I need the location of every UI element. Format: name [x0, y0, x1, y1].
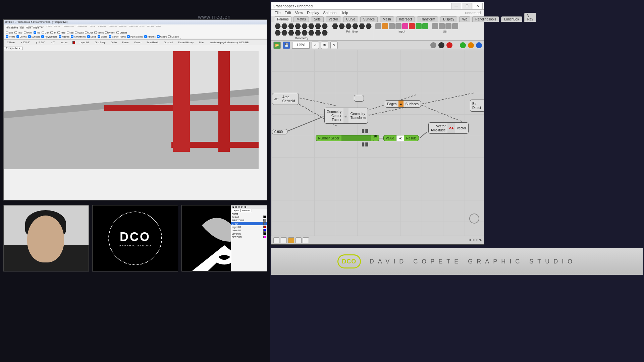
osnap-vertex[interactable]: Vertex: [94, 31, 104, 34]
minimize-button[interactable]: —: [451, 3, 461, 9]
rhino-selection-filter-row[interactable]: PointsCurvesSurfacesPolysurfacesMeshesAn…: [4, 35, 267, 39]
amplitude-component[interactable]: Vector Amplitude ↗A Vector: [428, 122, 469, 134]
status-toggle[interactable]: Ortho: [109, 41, 118, 44]
gh-menu-item[interactable]: Help: [340, 11, 348, 15]
canvas-compass-icon[interactable]: [469, 214, 479, 224]
status-layer-swatch[interactable]: [72, 41, 75, 44]
gh-menu-item[interactable]: Display: [307, 11, 319, 15]
rhino-viewport-label[interactable]: Perspective ▾: [4, 47, 23, 50]
status-toggle[interactable]: Osnap: [133, 41, 143, 44]
layer-row[interactable]: Layer 05: [231, 232, 267, 235]
osnap-lights[interactable]: Lights: [87, 35, 96, 38]
gh-tab-lunchbox[interactable]: LunchBox: [501, 16, 522, 22]
gh-ribbon[interactable]: Geometry Primitive Input Util: [271, 22, 484, 41]
extrude-component[interactable]: Ba Direct: [470, 100, 484, 112]
brep-param[interactable]: [354, 95, 364, 102]
layers-tab[interactable]: Layers: [231, 209, 240, 212]
layer-row[interactable]: Layer 03: [231, 225, 267, 229]
rhino-3d-viewport[interactable]: [4, 51, 259, 169]
layer-row[interactable]: BRISTOWS: [231, 219, 267, 222]
rhino-osnap-row[interactable]: EndNearPointMidCenIntPerpTanQuadKnotVert…: [4, 31, 267, 35]
sb-icon[interactable]: [303, 237, 309, 243]
maximize-button[interactable]: ☐: [462, 3, 472, 9]
layer-row[interactable]: PERSON: [231, 235, 267, 239]
deconstruct-brep-component[interactable]: Edges ▰ Surfaces: [385, 100, 421, 108]
open-file-icon[interactable]: 📂: [273, 42, 281, 49]
status-toggle[interactable]: Planar: [121, 41, 130, 44]
status-toggle[interactable]: Gumball: [163, 41, 174, 44]
sb-icon[interactable]: [281, 237, 287, 243]
sb-icon[interactable]: [296, 237, 302, 243]
osnap-perp[interactable]: Perp: [57, 31, 65, 34]
osnap-control points[interactable]: Control Points: [109, 35, 126, 38]
ribbon-group-input[interactable]: Input: [374, 23, 430, 39]
close-button[interactable]: ✕: [473, 3, 483, 9]
status-toggle[interactable]: Filter: [198, 41, 206, 44]
named-views-icon[interactable]: 👁: [321, 42, 328, 49]
preview-off-icon[interactable]: [430, 42, 436, 48]
gh-canvas-toolbar[interactable]: 📂 💾 ⤢ 👁 ✎: [271, 41, 484, 50]
display-blue-icon[interactable]: [476, 42, 482, 48]
ribbon-group-primitive[interactable]: Primitive: [331, 23, 373, 39]
osnap-meshes[interactable]: Meshes: [59, 35, 70, 38]
gh-tab-transform[interactable]: Transform: [417, 16, 438, 22]
sb-icon[interactable]: [288, 237, 294, 243]
status-toggles[interactable]: Grid SnapOrthoPlanarOsnapSmartTrackGumba…: [94, 41, 206, 44]
gh-tab-v-ray[interactable]: V-Ray: [524, 13, 536, 22]
slider-grip-icon[interactable]: [362, 142, 371, 146]
osnap-knot[interactable]: Knot: [85, 31, 93, 34]
rhino-view-tab[interactable]: ✦: [41, 26, 43, 31]
osnap-curves[interactable]: Curves: [16, 35, 27, 38]
gh-tab-surface[interactable]: Surface: [360, 16, 378, 22]
gh-tab-vector[interactable]: Vector: [326, 16, 341, 22]
gh-title-bar[interactable]: Grasshopper - unnamed — ☐ ✕: [271, 2, 484, 10]
rhino-view-tab[interactable]: Perspective: [6, 26, 18, 31]
gh-tab-params[interactable]: Params: [274, 16, 291, 22]
materials-tab[interactable]: Materials: [240, 209, 252, 212]
osnap-point clouds[interactable]: Point Clouds: [127, 35, 143, 38]
ribbon-group-geometry[interactable]: Geometry: [273, 23, 330, 39]
osnap-disable[interactable]: Disable: [168, 35, 179, 38]
gh-category-tabs[interactable]: ParamsMathsSetsVectorCurveSurfaceMeshInt…: [271, 16, 484, 22]
osnap-points[interactable]: Points: [6, 35, 15, 38]
display-orange-icon[interactable]: [468, 42, 474, 48]
gh-menu-item[interactable]: View: [295, 11, 303, 15]
gh-menu-item[interactable]: File: [275, 11, 281, 15]
osnap-point[interactable]: Point: [24, 31, 32, 34]
osnap-hatches[interactable]: Hatches: [144, 35, 156, 38]
osnap-cen[interactable]: Cen: [42, 31, 49, 34]
osnap-blocks[interactable]: Blocks: [98, 35, 107, 38]
gh-menu-item[interactable]: Edit: [285, 11, 291, 15]
number-slider[interactable]: Number Slider 10 ◦: [316, 135, 379, 141]
gh-menubar[interactable]: FileEditViewDisplaySolutionHelp unnamed: [271, 10, 484, 16]
osnap-annotations[interactable]: Annotations: [71, 35, 86, 38]
status-layer[interactable]: Layer 03: [78, 41, 90, 44]
zoom-extents-icon[interactable]: ⤢: [312, 42, 319, 49]
gh-tab-curve[interactable]: Curve: [343, 16, 358, 22]
osnap-end[interactable]: End: [6, 31, 13, 34]
sketch-icon[interactable]: ✎: [330, 42, 338, 49]
osnap-tan[interactable]: Tan: [67, 31, 73, 34]
gh-canvas[interactable]: m² Area Centroid Geometry Center Factor …: [271, 50, 484, 236]
osnap-mid[interactable]: Mid: [34, 31, 40, 34]
rhino-view-tabs[interactable]: PerspectiveTopFrontRight✦: [4, 26, 267, 31]
rhino-view-tab[interactable]: Right: [33, 26, 39, 31]
osnap-disable[interactable]: Disable: [116, 31, 127, 34]
status-toggle[interactable]: Grid Snap: [94, 41, 107, 44]
sb-icon[interactable]: [273, 237, 279, 243]
slider-0p9[interactable]: 0.900: [272, 129, 287, 134]
gh-doc-name[interactable]: unnamed: [465, 11, 481, 15]
rhino-view-tab[interactable]: Front: [26, 26, 31, 31]
osnap-near[interactable]: Near: [14, 31, 22, 34]
gh-tab-wb[interactable]: Wb: [459, 16, 470, 22]
gh-menu-item[interactable]: Solution: [323, 11, 336, 15]
scale-component[interactable]: Geometry Center Factor ◎ Geometry Transf…: [324, 108, 368, 124]
layers-panel-icons[interactable]: ▣ ▦ ▥ ◧ ◨: [232, 206, 247, 208]
layer-row[interactable]: Layer 04: [231, 229, 267, 232]
area-component[interactable]: m² Area Centroid: [272, 93, 299, 105]
negative-component[interactable]: Value -x Result: [383, 135, 419, 141]
slider-grip-icon[interactable]: [362, 129, 371, 133]
osnap-others[interactable]: Others: [157, 35, 167, 38]
zoom-level-input[interactable]: [292, 42, 310, 49]
ribbon-group-util[interactable]: Util: [431, 23, 460, 39]
